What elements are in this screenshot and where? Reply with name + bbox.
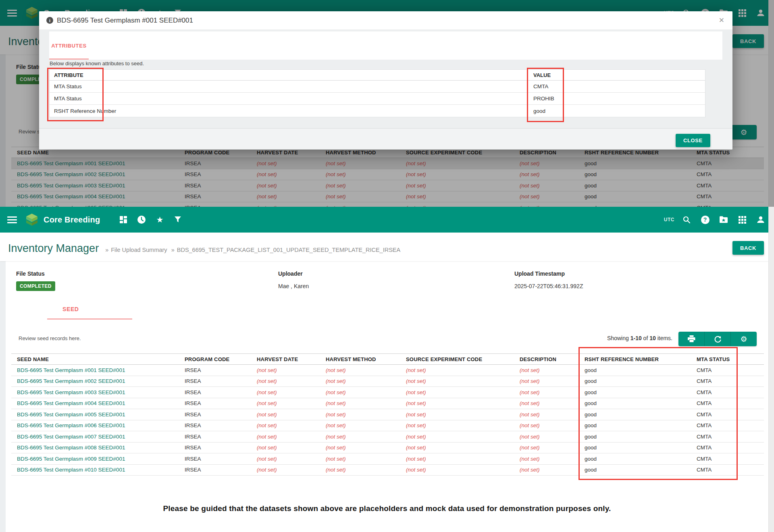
mta-status-cell: CMTA (691, 467, 764, 473)
upload-timestamp-value: 2025-07-22T05:46:31.992Z (514, 283, 583, 289)
mta-status-cell: CMTA (691, 378, 764, 384)
mta-status-cell: CMTA (691, 422, 764, 428)
description-cell: (not set) (514, 389, 579, 395)
source-experiment-code-cell: (not set) (400, 367, 514, 373)
info-icon: i (46, 17, 53, 24)
seed-table-row: BDS-6695 Test Germplasm #003 SEED#001 IR… (11, 387, 764, 398)
harvest-method-cell: (not set) (320, 400, 400, 406)
attribute-name-cell: RSHT Reference Number (50, 108, 529, 114)
modal-title: BDS-6695 Test Germplasm #001 SEED#001 (57, 17, 193, 25)
harvest-date-cell: (not set) (251, 389, 320, 395)
modal-tab-bar: ATTRIBUTES (49, 31, 722, 60)
modal-close-icon[interactable]: ✕ (719, 16, 724, 25)
program-code-cell: IRSEA (179, 434, 251, 440)
col-harvest-method: HARVEST METHOD (320, 356, 400, 362)
source-experiment-code-cell: (not set) (400, 434, 514, 440)
description-cell: (not set) (514, 467, 579, 473)
source-experiment-code-cell: (not set) (400, 456, 514, 462)
timezone-label[interactable]: UTC (664, 217, 674, 222)
source-experiment-code-cell: (not set) (400, 400, 514, 406)
upload-timestamp-label: Upload Timestamp (514, 270, 565, 277)
mta-status-cell: CMTA (691, 445, 764, 451)
col-source-experiment-code: SOURCE EXPERIMENT CODE (400, 356, 514, 362)
attribute-row: RSHT Reference Number good (50, 105, 705, 117)
seed-name-link[interactable]: BDS-6695 Test Germplasm #007 SEED#001 (11, 434, 179, 440)
program-code-cell: IRSEA (179, 456, 251, 462)
seed-table-row: BDS-6695 Test Germplasm #009 SEED#001 IR… (11, 453, 764, 465)
program-code-cell: IRSEA (179, 400, 251, 406)
attributes-table: ATTRIBUTE VALUE MTA Status CMTA MTA Stat… (49, 69, 705, 117)
description-cell: (not set) (514, 445, 579, 451)
tab-attributes-underline (49, 58, 89, 60)
dashboard-icon[interactable] (117, 213, 130, 226)
seed-name-link[interactable]: BDS-6695 Test Germplasm #003 SEED#001 (11, 389, 179, 395)
uploader-value: Mae , Karen (278, 283, 309, 289)
seed-name-link[interactable]: BDS-6695 Test Germplasm #005 SEED#001 (11, 411, 179, 418)
seed-name-link[interactable]: BDS-6695 Test Germplasm #009 SEED#001 (11, 456, 179, 462)
harvest-date-cell: (not set) (251, 445, 320, 451)
seed-table-row: BDS-6695 Test Germplasm #005 SEED#001 IR… (11, 409, 764, 420)
rsht-reference-number-cell: good (579, 400, 691, 406)
vertical-scrollbar[interactable] (768, 207, 774, 532)
col-mta-status: MTA STATUS (691, 356, 764, 362)
menu-hamburger-icon[interactable] (7, 216, 17, 223)
star-icon[interactable]: ★ (153, 213, 166, 226)
seed-table-row: BDS-6695 Test Germplasm #001 SEED#001 IR… (11, 365, 764, 376)
close-button[interactable]: CLOSE (676, 134, 710, 147)
description-cell: (not set) (514, 378, 579, 384)
rsht-reference-number-cell: good (579, 445, 691, 451)
program-code-cell: IRSEA (179, 411, 251, 418)
file-status-badge: COMPLETED (16, 281, 55, 291)
source-experiment-code-cell: (not set) (400, 445, 514, 451)
rsht-reference-number-cell: good (579, 378, 691, 384)
modal-footer: CLOSE (39, 128, 732, 150)
tab-attributes[interactable]: ATTRIBUTES (49, 31, 89, 60)
clock-icon[interactable] (135, 213, 148, 226)
inventory-manager-page: Core Breeding ★ (0, 207, 774, 532)
source-experiment-code-cell: (not set) (400, 411, 514, 418)
seed-name-link[interactable]: BDS-6695 Test Germplasm #008 SEED#001 (11, 445, 179, 451)
app-header: Core Breeding ★ (0, 207, 774, 233)
uploader-label: Uploader (278, 270, 303, 277)
program-code-cell: IRSEA (179, 367, 251, 373)
seed-table-row: BDS-6695 Test Germplasm #004 SEED#001 IR… (11, 398, 764, 409)
modal-description: Below displays known attributes to seed. (50, 60, 144, 66)
refresh-button[interactable] (704, 332, 730, 346)
attributes-table-header: ATTRIBUTE VALUE (50, 70, 705, 81)
rsht-reference-number-cell: good (579, 422, 691, 428)
back-button[interactable]: BACK (732, 241, 764, 255)
rsht-reference-number-cell: good (579, 411, 691, 418)
user-profile-icon[interactable] (754, 213, 767, 226)
seed-table-header: SEED NAME PROGRAM CODE HARVEST DATE HARV… (11, 353, 764, 365)
search-icon[interactable] (680, 213, 693, 226)
help-icon[interactable]: ? (699, 213, 712, 226)
attribute-name-cell: MTA Status (50, 96, 529, 102)
seed-table-row: BDS-6695 Test Germplasm #008 SEED#001 IR… (11, 443, 764, 454)
filter-icon[interactable] (171, 213, 184, 226)
seed-name-link[interactable]: BDS-6695 Test Germplasm #001 SEED#001 (11, 367, 179, 373)
harvest-date-cell: (not set) (251, 434, 320, 440)
tab-seed-underline (47, 318, 132, 320)
attribute-name-cell: MTA Status (50, 83, 529, 89)
program-code-cell: IRSEA (179, 467, 251, 473)
apps-grid-icon[interactable] (736, 213, 749, 226)
modal-title-bar: i BDS-6695 Test Germplasm #001 SEED#001 … (39, 11, 732, 29)
seed-name-link[interactable]: BDS-6695 Test Germplasm #010 SEED#001 (11, 467, 179, 473)
settings-gear-button[interactable]: ⚙ (730, 332, 757, 346)
rsht-reference-number-cell: good (579, 389, 691, 395)
app-logo[interactable] (25, 213, 39, 227)
seed-name-link[interactable]: BDS-6695 Test Germplasm #004 SEED#001 (11, 400, 179, 406)
attribute-value-cell: PROHIB (529, 96, 705, 102)
tab-seed[interactable]: SEED (62, 306, 79, 312)
harvest-method-cell: (not set) (320, 434, 400, 440)
disclaimer-text: Please be guided that the datasets shown… (0, 504, 774, 513)
breadcrumb-file-name: BDS_6695_TEST_PACKAGE_LIST_001_UPDATE_SE… (177, 247, 400, 253)
seed-name-link[interactable]: BDS-6695 Test Germplasm #006 SEED#001 (11, 422, 179, 428)
print-button[interactable] (678, 332, 704, 346)
seed-attributes-modal: i BDS-6695 Test Germplasm #001 SEED#001 … (39, 11, 732, 150)
seed-name-link[interactable]: BDS-6695 Test Germplasm #002 SEED#001 (11, 378, 179, 384)
description-cell: (not set) (514, 456, 579, 462)
program-code-cell: IRSEA (179, 422, 251, 428)
harvest-date-cell: (not set) (251, 456, 320, 462)
folder-star-icon[interactable] (717, 213, 730, 226)
